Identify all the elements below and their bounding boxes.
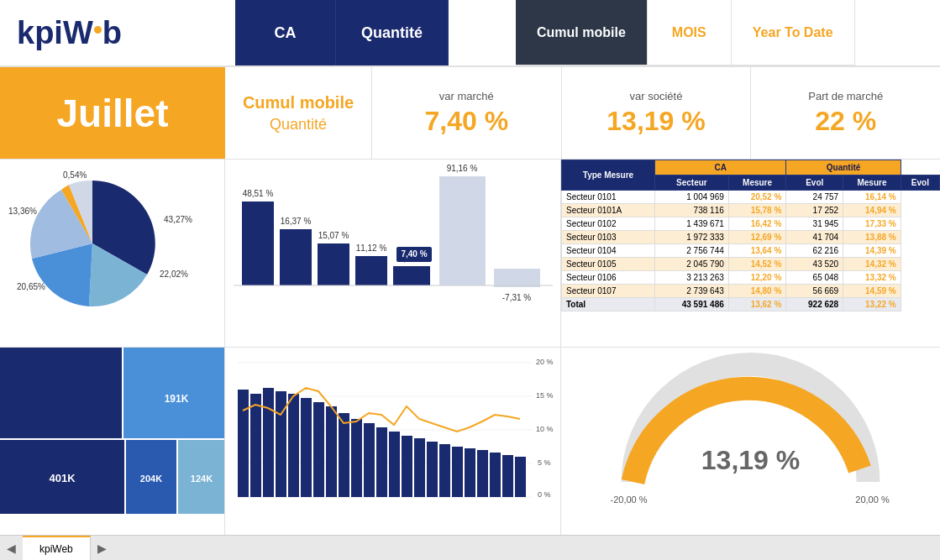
treemap-svg: 191K 401K 204K 124K [0,348,224,514]
cell-qte-mesure: 24 757 [786,191,843,204]
cell-ca-evol: 14,80 % [728,285,786,298]
tab-quantite[interactable]: Quantité [336,0,449,65]
logo-bracket-right: b [102,15,122,51]
bar-18 [452,447,463,497]
table-row: Secteur 0104 2 756 744 13,64 % 62 216 14… [562,244,940,258]
kpi-row: Juillet Cumul mobile Quantité var marché… [0,67,940,160]
tab-year-to-date[interactable]: Year To Date [732,0,855,65]
waterfall-badge-text: 7,40 % [401,249,427,259]
table-panel: Type Mesure CA Quantité Secteur Mesure E… [561,160,940,348]
kpi-var-marche-value: 7,40 % [425,106,509,137]
tab-cumul-mobile[interactable]: Cumul mobile [516,0,648,65]
cell-secteur: Secteur 0106 [562,271,655,285]
cell-ca-evol: 12,69 % [728,231,786,244]
bar-11 [364,423,375,497]
kpi-part-marche-value: 22 % [815,106,876,137]
cell-qte-mesure: 41 704 [786,231,843,244]
table-container[interactable]: Type Mesure CA Quantité Secteur Mesure E… [561,160,940,347]
y-label-5: 5 % [538,458,551,467]
cell-ca-mesure: 1 439 671 [654,217,728,231]
pie-label-1: 43,27% [164,215,192,224]
cell-secteur: Secteur 0103 [562,231,655,244]
th-evol-qte: Evol [901,175,939,191]
gauge-panel: 13,19 % -20,00 % 20,00 % [561,348,940,535]
cell-ca-evol: 16,42 % [728,217,786,231]
waterfall-bar-2 [280,229,312,285]
kpi-part-marche: Part de marché 22 % [751,67,940,159]
cell-ca-mesure: 2 756 744 [654,244,728,258]
cell-total-qte-evol: 13,22 % [843,298,901,311]
waterfall-bar-4 [355,256,387,285]
pie-label-3: 20,65% [17,282,45,291]
cell-qte-evol: 13,88 % [843,231,901,244]
bar-15 [414,438,425,497]
tab-mois[interactable]: MOIS [648,0,732,65]
pie-chart-svg: 43,27% 22,02% 20,65% 13,36% 0,54% [0,160,224,317]
logo-bracket-left: W [63,15,93,51]
treemap-label-4: 204K [140,474,162,484]
th-mesure-ca: Mesure [728,175,786,191]
tab-kpiweb[interactable]: kpiWeb [23,536,91,560]
bar-5 [288,394,299,497]
waterfall-label-4: 11,12 % [356,243,387,253]
cell-total-ca-evol: 13,62 % [728,298,786,311]
cell-ca-evol: 14,52 % [728,258,786,271]
tab-ca[interactable]: CA [235,0,336,65]
bar-10 [351,419,362,497]
waterfall-label-2: 16,37 % [281,217,312,226]
cell-secteur: Secteur 0104 [562,244,655,258]
kpi-label: Cumul mobile Quantité [225,67,372,159]
tab-nav-left[interactable]: ◀ [0,542,23,555]
kpi-month: Juillet [0,67,225,159]
bar-19 [465,448,475,497]
bar-8 [326,406,337,497]
kpi-label-title: Cumul mobile [243,93,354,113]
bar-1 [238,390,249,497]
waterfall-bar-3 [318,243,349,285]
cell-qte-evol: 14,59 % [843,285,901,298]
cell-ca-mesure: 1 004 969 [654,191,728,204]
mid-column: 48,51 % 16,37 % 15,07 % 11,12 % 7,40 % [225,160,561,535]
tab-nav-right[interactable]: ▶ [91,542,113,555]
tab-bar: ◀ kpiWeb ▶ [0,535,940,560]
waterfall-svg: 48,51 % 16,37 % 15,07 % 11,12 % 7,40 % [225,160,560,317]
nav-tabs-right: Cumul mobile MOIS Year To Date [516,0,855,65]
bar-13 [389,432,400,497]
bar-17 [439,444,450,497]
waterfall-bar-6 [439,176,486,285]
waterfall-label-6: 91,16 % [447,164,478,173]
waterfall-label-3: 15,07 % [318,231,349,240]
bar-6 [301,398,312,497]
treemap-label-3: 401K [49,472,76,484]
kpi-part-marche-label: Part de marché [808,90,883,102]
cell-total-ca-mesure: 43 591 486 [654,298,728,311]
cell-ca-evol: 12,20 % [728,271,786,285]
gauge-svg: 13,19 % -20,00 % 20,00 % [561,348,940,514]
treemap-label-5: 124K [191,474,213,484]
table-total-row: Total 43 591 486 13,62 % 922 628 13,22 % [562,298,940,311]
th-mesure-qte: Mesure [843,175,901,191]
y-label-15: 15 % [536,391,554,400]
bar-12 [376,427,387,497]
th-secteur: Secteur [654,175,728,191]
table-row: Secteur 0107 2 739 643 14,80 % 56 669 14… [562,285,940,298]
kpi-label-sub: Quantité [270,116,327,133]
cell-qte-mesure: 43 520 [786,258,843,271]
bar-21 [490,453,501,497]
right-column: Type Mesure CA Quantité Secteur Mesure E… [561,160,940,535]
cell-qte-evol: 14,39 % [843,244,901,258]
waterfall-label-7: -7,31 % [502,293,532,302]
table-row: Secteur 0101A 738 116 15,78 % 17 252 14,… [562,204,940,217]
y-label-20: 20 % [536,358,554,366]
table-row: Secteur 0106 3 213 263 12,20 % 65 048 13… [562,271,940,285]
cell-qte-evol: 13,32 % [843,271,901,285]
cell-total-qte-mesure: 922 628 [786,298,843,311]
treemap-panel: 191K 401K 204K 124K [0,348,224,535]
y-label-0: 0 % [538,490,551,499]
cell-qte-evol: 14,32 % [843,258,901,271]
bar-16 [427,442,438,497]
cell-qte-mesure: 65 048 [786,271,843,285]
cell-secteur: Secteur 0101 [562,191,655,204]
cell-ca-mesure: 2 739 643 [654,285,728,298]
bar-22 [502,455,513,497]
